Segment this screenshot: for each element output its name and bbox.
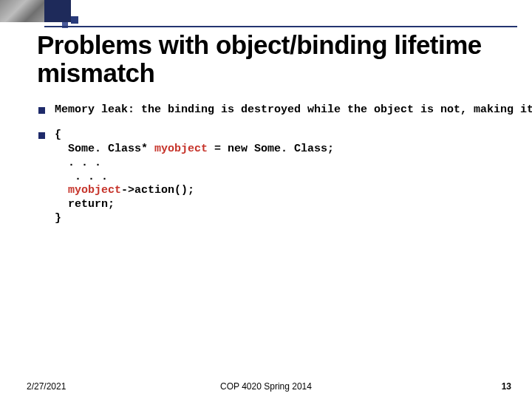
slide-body: Problems with object/binding lifetime mi… <box>37 31 502 238</box>
slide-corner-decoration <box>0 0 89 27</box>
slide-title: Problems with object/binding lifetime mi… <box>37 31 502 87</box>
code-block: { Some. Class* myobject = new Some. Clas… <box>55 129 502 225</box>
bullet-item: { Some. Class* myobject = new Some. Clas… <box>37 129 502 225</box>
footer-course: COP 4020 Spring 2014 <box>0 381 532 392</box>
footer-page-number: 13 <box>502 381 511 392</box>
bullet-list: Memory leak: the binding is destroyed wh… <box>37 103 502 226</box>
bullet-text: Memory leak: the binding is destroyed wh… <box>55 103 502 117</box>
bullet-item: Memory leak: the binding is destroyed wh… <box>37 103 502 117</box>
